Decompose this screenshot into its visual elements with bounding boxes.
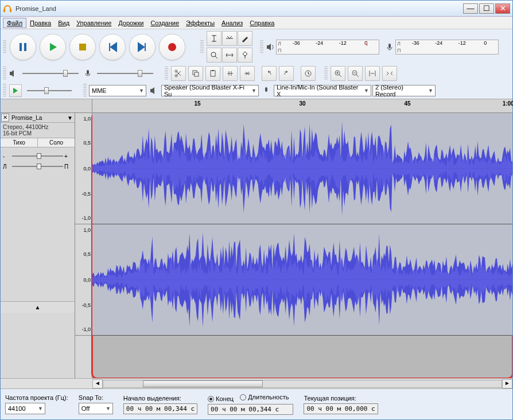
scroll-thumb[interactable]	[143, 380, 262, 387]
toolbar-grip[interactable]	[83, 84, 87, 98]
record-meter[interactable]: Л П -36 -24 -12 0	[395, 40, 499, 55]
snap-dropdown[interactable]: Off	[79, 403, 113, 414]
multi-tool[interactable]	[238, 48, 252, 63]
zoom-tool[interactable]	[207, 48, 221, 63]
speaker-icon	[266, 42, 275, 52]
speaker-icon	[149, 86, 158, 95]
undo-button[interactable]	[262, 66, 277, 81]
playback-volume-slider[interactable]	[19, 68, 82, 79]
sel-end-radio[interactable]: Конец	[208, 395, 234, 402]
toolbar-grip[interactable]	[200, 40, 204, 54]
playback-meter[interactable]: Л П -36 -24 -12 0	[276, 40, 379, 55]
record-volume-slider[interactable]	[94, 68, 157, 79]
sel-start-label: Начало выделения:	[123, 395, 197, 402]
play-at-speed-button[interactable]	[9, 84, 22, 97]
menu-help[interactable]: Справка	[246, 18, 278, 28]
svg-rect-3	[24, 43, 26, 51]
copy-button[interactable]	[188, 66, 203, 81]
maximize-button[interactable]: ☐	[479, 3, 494, 14]
draw-tool[interactable]	[238, 31, 252, 46]
speed-slider[interactable]	[24, 85, 75, 96]
menu-edit[interactable]: Правка	[26, 18, 55, 28]
mute-button[interactable]: Тихо	[1, 138, 38, 147]
toolbar-grip[interactable]	[3, 84, 6, 98]
menu-file[interactable]: Файл	[3, 18, 26, 28]
timeshift-tool[interactable]	[222, 48, 237, 63]
output-device-dropdown[interactable]: Speaker (Sound Blaster X-Fi Su	[161, 85, 259, 96]
scroll-right-button[interactable]: ►	[502, 379, 512, 388]
speaker-icon	[9, 69, 18, 78]
skip-start-button[interactable]	[99, 34, 126, 60]
menu-control[interactable]: Управление	[73, 18, 115, 28]
track-name[interactable]: Promise_La	[10, 115, 66, 121]
silence-button[interactable]	[240, 66, 255, 81]
fit-project-button[interactable]	[382, 66, 397, 81]
toolbar-grip[interactable]	[3, 67, 6, 80]
menu-effects[interactable]: Эффекты	[182, 18, 218, 28]
sel-end-time[interactable]: 00 ч 00 м 00,344 с	[208, 404, 293, 415]
play-button[interactable]	[40, 34, 66, 60]
toolbar-grip[interactable]	[260, 40, 263, 54]
svg-rect-13	[211, 71, 215, 76]
audio-position[interactable]: 00 ч 00 м 00,000 с	[304, 403, 378, 414]
close-button[interactable]: ✕	[495, 3, 510, 14]
toolbars: Л П -36 -24 -12 0 Л П -36 -24 -12	[1, 29, 512, 99]
app-icon	[3, 4, 12, 13]
mic-icon	[83, 69, 92, 78]
app-window: Promise_Land — ☐ ✕ Файл Правка Вид Управ…	[0, 0, 513, 420]
pan-slider[interactable]	[11, 162, 64, 170]
svg-rect-4	[79, 44, 86, 50]
redo-button[interactable]	[279, 66, 294, 81]
svg-point-6	[211, 52, 216, 57]
pause-button[interactable]	[10, 34, 36, 60]
menu-generate[interactable]: Создание	[147, 18, 182, 28]
sync-lock-button[interactable]	[301, 66, 316, 81]
toolbar-grip[interactable]	[165, 67, 168, 80]
svg-rect-1	[10, 9, 11, 12]
window-title: Promise_Land	[15, 5, 462, 12]
menu-tracks[interactable]: Дорожки	[115, 18, 147, 28]
skip-end-button[interactable]	[129, 34, 156, 60]
statusbar: Частота проекта (Гц): 44100 Snap To: Off…	[1, 388, 512, 419]
stop-button[interactable]	[69, 34, 96, 60]
waveform-right[interactable]	[92, 224, 512, 336]
record-button[interactable]	[159, 34, 185, 60]
host-dropdown[interactable]: MME	[89, 85, 146, 96]
collapse-button[interactable]: ▲	[1, 301, 75, 313]
svg-rect-12	[195, 72, 199, 76]
toolbar-grip[interactable]	[324, 67, 328, 80]
snap-label: Snap To:	[79, 394, 113, 401]
selection-tool[interactable]	[207, 31, 221, 46]
waveform-left[interactable]	[92, 113, 512, 224]
minimize-button[interactable]: —	[463, 3, 478, 14]
mic-icon	[385, 42, 394, 52]
menu-analyze[interactable]: Анализ	[218, 18, 246, 28]
channels-dropdown[interactable]: 2 (Stereo) Record	[372, 85, 436, 96]
sel-length-radio[interactable]: Длительность	[240, 394, 289, 400]
sel-start-time[interactable]: 00 ч 00 м 00,344 с	[123, 403, 197, 414]
trim-button[interactable]	[223, 66, 238, 81]
solo-button[interactable]: Соло	[38, 138, 75, 147]
pos-label: Текущая позиция:	[304, 395, 378, 402]
rate-label: Частота проекта (Гц):	[5, 394, 68, 401]
zoom-out-button[interactable]	[348, 66, 363, 81]
gain-slider[interactable]	[11, 152, 64, 160]
horizontal-scrollbar[interactable]: ◄ ►	[1, 378, 512, 388]
zoom-in-button[interactable]	[331, 66, 345, 81]
cut-button[interactable]	[171, 66, 186, 81]
track-menu-button[interactable]: ▼	[66, 115, 74, 121]
track-close-button[interactable]: ✕	[1, 114, 9, 122]
timeline-ruler[interactable]: 15 30 45 1:00	[1, 99, 512, 113]
project-rate-dropdown[interactable]: 44100	[5, 403, 45, 414]
input-device-dropdown[interactable]: Line-In/Mic-In (Sound Blaster X	[274, 85, 371, 96]
waveform-canvas[interactable]	[92, 113, 512, 378]
titlebar: Promise_Land — ☐ ✕	[1, 1, 512, 17]
amplitude-ruler: 1,0 0,5 0,0 -0,5 -1,0 1,0 0,5 0,0 -0,5 -…	[75, 113, 92, 378]
fit-selection-button[interactable]	[365, 66, 380, 81]
scroll-left-button[interactable]: ◄	[92, 379, 103, 388]
svg-rect-0	[3, 9, 5, 12]
menu-view[interactable]: Вид	[55, 18, 73, 28]
envelope-tool[interactable]	[222, 31, 237, 46]
toolbar-grip[interactable]	[3, 40, 6, 54]
paste-button[interactable]	[205, 66, 220, 81]
